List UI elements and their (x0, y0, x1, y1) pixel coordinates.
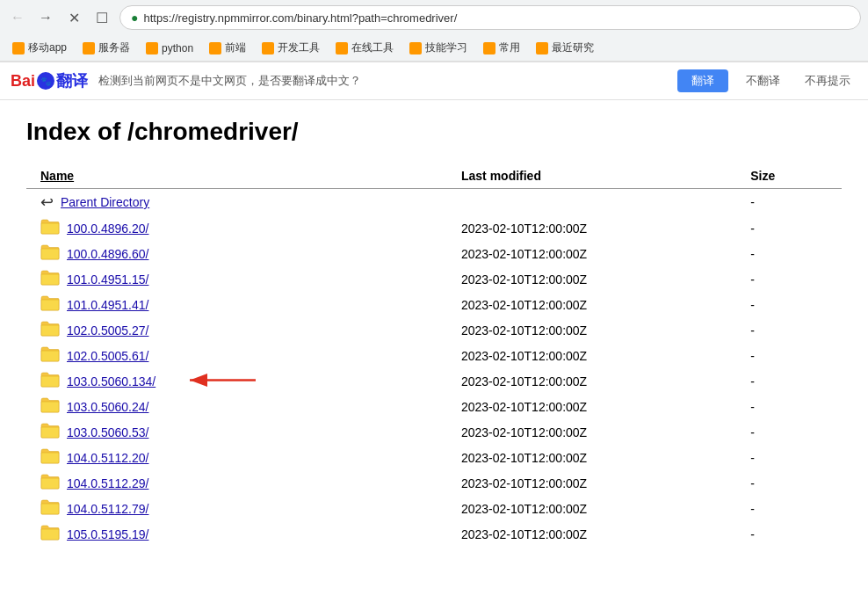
directory-table: Name Last modified Size ↩Parent Director… (26, 163, 842, 547)
red-arrow-annotation (181, 367, 260, 396)
entry-size: - (736, 292, 842, 317)
entry-modified: 2023-02-10T12:00:00Z (447, 496, 736, 521)
entry-modified: 2023-02-10T12:00:00Z (447, 368, 736, 394)
dir-entry-link[interactable]: 104.0.5112.79/ (67, 502, 148, 516)
baidu-logo: Bai🐾翻译 (11, 70, 88, 91)
bookmark-前端[interactable]: 前端 (204, 39, 251, 57)
bookmark-常用[interactable]: 常用 (478, 39, 525, 57)
dir-entry-link[interactable]: 103.0.5060.53/ (67, 425, 148, 439)
entry-size: - (736, 215, 842, 241)
table-row: 104.0.5112.79/2023-02-10T12:00:00Z- (26, 496, 842, 521)
table-row: 105.0.5195.19/2023-02-10T12:00:00Z- (26, 521, 842, 547)
bookmark-label: 移动app (28, 40, 67, 55)
dir-entry-link[interactable]: 104.0.5112.20/ (67, 451, 148, 465)
entry-modified: 2023-02-10T12:00:00Z (447, 292, 736, 317)
folder-icon (40, 448, 60, 467)
dir-entry-link[interactable]: 100.0.4896.20/ (67, 221, 148, 236)
entry-size: - (736, 266, 842, 292)
bookmark-folder-icon (209, 42, 221, 54)
entry-modified: 2023-02-10T12:00:00Z (447, 215, 736, 241)
baidu-paw-icon: 🐾 (37, 72, 54, 90)
bookmarks-bar: 移动app 服务器 python 前端 开发工具 在线工具 技能学习 常用 (0, 35, 868, 62)
bookmark-label: 在线工具 (351, 40, 394, 55)
entry-modified: 2023-02-10T12:00:00Z (447, 470, 736, 496)
entry-modified: 2023-02-10T12:00:00Z (447, 266, 736, 292)
col-header-size: Size (736, 163, 842, 189)
entry-size: - (736, 445, 842, 470)
dir-entry-link[interactable]: 105.0.5195.19/ (67, 527, 148, 541)
parent-dir-icon: ↩ (40, 192, 54, 212)
bookmark-folder-icon (262, 42, 274, 54)
table-row: 101.0.4951.41/2023-02-10T12:00:00Z- (26, 292, 842, 317)
table-row: 103.0.5060.53/2023-02-10T12:00:00Z- (26, 419, 842, 445)
table-row: ↩Parent Directory- (26, 189, 842, 216)
table-row: 102.0.5005.61/2023-02-10T12:00:00Z- (26, 343, 842, 368)
entry-size: - (736, 241, 842, 266)
entry-size: - (736, 368, 842, 394)
folder-icon (40, 270, 60, 288)
folder-icon (40, 219, 60, 237)
home-button[interactable]: ☐ (91, 7, 112, 28)
bookmark-label: 常用 (499, 40, 520, 55)
folder-icon (40, 321, 60, 339)
no-remind-button[interactable]: 不再提示 (798, 69, 857, 92)
translation-bar: Bai🐾翻译 检测到当前网页不是中文网页，是否要翻译成中文？ 翻译 不翻译 不再… (0, 62, 868, 100)
entry-modified: 2023-02-10T12:00:00Z (447, 521, 736, 547)
bookmark-label: python (162, 42, 193, 54)
entry-size: - (736, 521, 842, 547)
bookmark-folder-icon (336, 42, 348, 54)
dir-entry-link[interactable]: 100.0.4896.60/ (67, 247, 148, 261)
folder-icon (40, 423, 60, 441)
entry-size: - (736, 394, 842, 419)
bookmark-移动app[interactable]: 移动app (7, 39, 72, 57)
bookmark-folder-icon (409, 42, 422, 54)
bookmark-label: 前端 (225, 40, 246, 55)
folder-icon (40, 474, 60, 492)
translate-button[interactable]: 翻译 (677, 69, 728, 92)
security-icon: ● (131, 11, 138, 25)
bookmark-folder-icon (483, 42, 495, 54)
bookmark-最近研究[interactable]: 最近研究 (531, 39, 599, 57)
dir-entry-link[interactable]: 102.0.5005.27/ (67, 323, 148, 338)
dir-entry-link[interactable]: 104.0.5112.29/ (67, 476, 148, 490)
col-header-modified: Last modified (447, 163, 736, 189)
bookmark-python[interactable]: python (141, 40, 199, 56)
bookmark-label: 开发工具 (278, 40, 320, 55)
table-row: 100.0.4896.20/2023-02-10T12:00:00Z- (26, 215, 842, 241)
bookmark-label: 最近研究 (552, 40, 594, 55)
address-bar[interactable]: ● https://registry.npmmirror.com/binary.… (119, 5, 861, 30)
entry-size: - (736, 189, 842, 216)
entry-size: - (736, 496, 842, 521)
entry-size: - (736, 419, 842, 445)
dir-entry-link[interactable]: 101.0.4951.15/ (67, 272, 148, 287)
folder-icon (40, 397, 60, 416)
bookmark-技能学习[interactable]: 技能学习 (404, 39, 473, 57)
table-row: 100.0.4896.60/2023-02-10T12:00:00Z- (26, 241, 842, 266)
bookmark-folder-icon (536, 42, 548, 54)
back-button[interactable]: ← (7, 7, 28, 28)
forward-button[interactable]: → (35, 7, 56, 28)
table-row: 104.0.5112.29/2023-02-10T12:00:00Z- (26, 470, 842, 496)
folder-icon (40, 525, 60, 543)
bookmark-开发工具[interactable]: 开发工具 (257, 39, 325, 57)
entry-size: - (736, 343, 842, 368)
entry-size: - (736, 317, 842, 343)
no-translate-button[interactable]: 不翻译 (739, 69, 787, 92)
dir-entry-link[interactable]: 103.0.5060.24/ (67, 400, 148, 414)
dir-entry-link[interactable]: 102.0.5005.61/ (67, 349, 148, 363)
page-content: Index of /chromedriver/ Name Last modifi… (0, 100, 868, 564)
url-display: https://registry.npmmirror.com/binary.ht… (143, 11, 457, 25)
table-row: 103.0.5060.134/ 2023-02-10T12:00:00Z- (26, 368, 842, 394)
bookmark-folder-icon (146, 42, 158, 54)
reload-button[interactable]: ✕ (63, 7, 84, 28)
folder-icon (40, 295, 60, 314)
bookmark-在线工具[interactable]: 在线工具 (330, 39, 399, 57)
col-header-name[interactable]: Name (26, 163, 447, 189)
entry-size: - (736, 470, 842, 496)
dir-entry-link[interactable]: Parent Directory (61, 195, 149, 209)
bookmark-folder-icon (83, 42, 95, 54)
dir-entry-link[interactable]: 103.0.5060.134/ (67, 374, 156, 389)
page-title: Index of /chromedriver/ (26, 118, 842, 146)
bookmark-服务器[interactable]: 服务器 (77, 39, 135, 57)
dir-entry-link[interactable]: 101.0.4951.41/ (67, 298, 148, 312)
